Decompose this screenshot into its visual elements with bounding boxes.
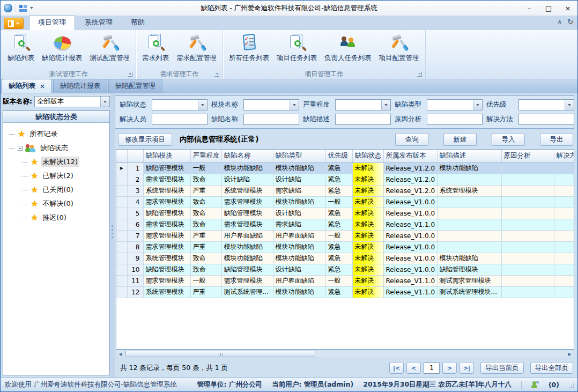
table-cell[interactable]: 致命 [190, 219, 221, 230]
table-cell[interactable]: 致命 [190, 174, 221, 185]
column-header[interactable]: 缺陷名称 [221, 150, 273, 162]
table-cell[interactable] [554, 264, 574, 275]
table-row[interactable]: 7需求管理模块严重用户界面缺陷用户界面缺陷一般未解决Release_V1.0.0 [116, 230, 574, 241]
table-cell[interactable]: 未解决 [352, 286, 383, 298]
table-cell[interactable]: 未解决 [352, 264, 383, 275]
table-cell[interactable] [554, 286, 574, 298]
table-cell[interactable]: 设计缺陷 [273, 174, 325, 185]
version-combobox[interactable]: 全部版本 [34, 96, 110, 107]
table-cell[interactable]: 用户界面缺陷 [221, 230, 273, 241]
table-cell[interactable]: 严重 [190, 286, 221, 298]
ribbon-tab-project-management[interactable]: 项目管理 [29, 15, 75, 30]
doc-tab-defect-config[interactable]: 缺陷配置管理 [108, 79, 162, 93]
table-cell[interactable] [437, 196, 501, 208]
table-cell[interactable] [501, 230, 554, 241]
table-cell[interactable] [554, 208, 574, 219]
table-cell[interactable]: 系统管理模块 [143, 253, 190, 264]
combo-arrow-button[interactable] [290, 100, 299, 110]
table-cell[interactable]: 未解决 [352, 208, 383, 219]
collapse-node-icon[interactable] [18, 146, 23, 151]
table-cell[interactable]: 模块功能缺陷 [437, 162, 501, 174]
first-page-button[interactable]: |< [389, 362, 404, 374]
table-cell[interactable]: 未解决 [352, 185, 383, 196]
defect-name-input[interactable] [243, 114, 299, 125]
minimize-button[interactable]: – [520, 1, 539, 15]
table-cell[interactable]: 一般 [325, 196, 352, 208]
next-page-button[interactable]: > [442, 362, 457, 374]
table-cell[interactable]: Release_V1.1.0 [383, 219, 437, 230]
table-cell[interactable]: 模块功能缺陷 [221, 162, 273, 174]
table-cell[interactable]: 需求管理模块 [143, 219, 190, 230]
table-cell[interactable] [554, 230, 574, 241]
table-cell[interactable]: 需求管理模块 [221, 219, 273, 230]
modify-columns-button[interactable]: 修改显示项目 [118, 133, 172, 146]
tree-item-all-records[interactable]: ★所有记录 [9, 127, 107, 141]
table-row[interactable]: 8需求管理模块严重模块功能缺陷模块功能缺陷紧急未解决Release_V1.0.0 [116, 241, 574, 253]
table-cell[interactable]: Release_V1.0.0 [383, 208, 437, 219]
maximize-button[interactable]: □ [539, 1, 558, 15]
dialog-launcher-icon[interactable] [417, 72, 422, 77]
table-cell[interactable] [501, 275, 554, 286]
module-name-dropdown[interactable] [243, 99, 299, 110]
table-cell[interactable] [501, 162, 554, 174]
table-cell[interactable]: 紧急 [325, 162, 352, 174]
table-cell[interactable] [437, 174, 501, 185]
tree-item-defect-status[interactable]: 缺陷状态 [9, 141, 107, 155]
table-cell[interactable]: 系统管理模块 [143, 286, 190, 298]
tree-item-postponed[interactable]: ★推迟(0) [21, 211, 107, 225]
table-cell[interactable]: 设计缺陷 [273, 264, 325, 275]
table-cell[interactable]: 测试需求管理模块 [437, 275, 501, 286]
table-cell[interactable]: 未解决 [352, 253, 383, 264]
table-cell[interactable] [554, 253, 574, 264]
table-cell[interactable] [554, 162, 574, 174]
table-cell[interactable]: 需求缺陷 [273, 219, 325, 230]
combo-arrow-button[interactable] [198, 100, 207, 110]
table-row[interactable]: 11需求管理模块一般需求管理模块用户界面缺陷一般未解决Release_V1.1.… [116, 275, 574, 286]
table-cell[interactable]: 紧急 [325, 219, 352, 230]
table-cell[interactable]: 严重 [190, 230, 221, 241]
project-config-button[interactable]: 项目配置管理 [376, 32, 422, 64]
table-cell[interactable]: 致命 [190, 253, 221, 264]
table-cell[interactable]: 设计缺陷 [221, 174, 273, 185]
ribbon-tab-system-management[interactable]: 系统管理 [76, 16, 121, 30]
tree-item-resolved[interactable]: ★已解决(2) [21, 169, 107, 183]
close-button[interactable]: × [558, 1, 577, 15]
table-cell[interactable]: 一般 [190, 162, 221, 174]
resolver-input[interactable] [152, 114, 208, 125]
tree-item-wont-fix[interactable]: ★不解决(0) [21, 197, 107, 211]
table-cell[interactable]: 一般 [190, 275, 221, 286]
column-header[interactable]: 优先级 [325, 150, 352, 162]
table-cell[interactable] [554, 275, 574, 286]
table-cell[interactable]: 需求缺陷 [273, 185, 325, 196]
table-cell[interactable] [501, 264, 554, 275]
test-config-button[interactable]: 测试配置管理 [87, 32, 132, 64]
all-tasks-button[interactable]: ✓✓所有任务列表 [226, 32, 272, 64]
table-cell[interactable]: 致命 [190, 208, 221, 219]
table-cell[interactable]: 模块功能缺陷 [273, 253, 325, 264]
horizontal-scrollbar[interactable]: ◀ ▶ [116, 350, 574, 358]
table-cell[interactable]: 需求管理模块 [221, 275, 273, 286]
table-cell[interactable]: Release_V1.0.0 [383, 230, 437, 241]
table-cell[interactable]: 需求管理模块 [143, 275, 190, 286]
table-cell[interactable]: 一般 [325, 230, 352, 241]
table-cell[interactable]: 需求管理模块 [221, 196, 273, 208]
table-cell[interactable]: 紧急 [325, 286, 352, 298]
table-cell[interactable]: 紧急 [325, 253, 352, 264]
table-cell[interactable]: 缺陷管理模块 [221, 264, 273, 275]
table-cell[interactable]: 模块功能缺陷 [273, 241, 325, 253]
table-cell[interactable]: Release_V1.1.0 [383, 286, 437, 298]
collapse-ribbon-icon[interactable]: ∧ [557, 18, 562, 25]
table-cell[interactable]: 缺陷管理模块 [437, 264, 501, 275]
table-cell[interactable]: 缺陷管理模块 [143, 208, 190, 219]
ribbon-tab-help[interactable]: 帮助 [122, 16, 153, 30]
column-header[interactable]: 缺陷模块 [143, 150, 190, 162]
table-cell[interactable] [501, 174, 554, 185]
prev-page-button[interactable]: < [406, 362, 421, 374]
column-header[interactable]: 所属发布版本 [383, 150, 437, 162]
table-cell[interactable]: 需求管理模块 [143, 241, 190, 253]
table-cell[interactable]: 未解决 [352, 162, 383, 174]
table-cell[interactable]: 模块功能缺陷 [273, 286, 325, 298]
table-cell[interactable] [501, 241, 554, 253]
table-cell[interactable] [554, 219, 574, 230]
export-current-page-button[interactable]: 导出当前页 [480, 362, 524, 374]
